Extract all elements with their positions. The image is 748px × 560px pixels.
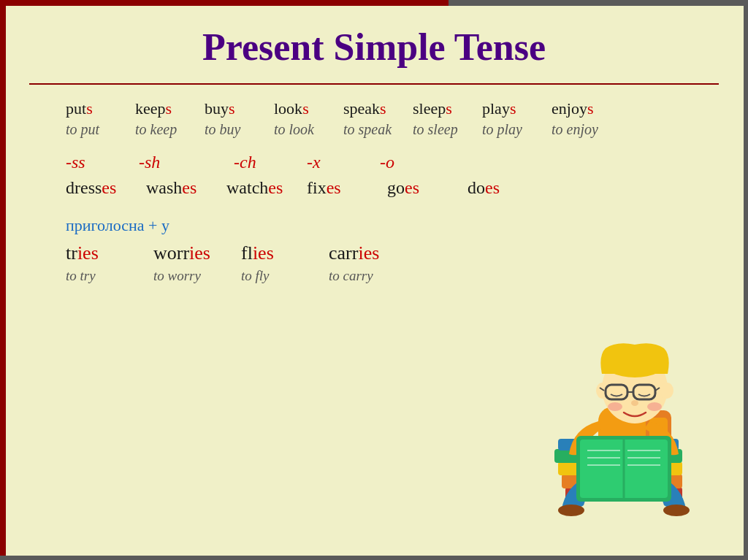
- character-illustration: [522, 261, 726, 538]
- section2: -ss -sh -ch -x -o dresses washes watches…: [29, 153, 719, 198]
- inf-to-carry: to carry: [329, 268, 394, 284]
- word-goes: goes: [387, 178, 453, 198]
- verb-row: puts keeps buys looks speaks sleeps play…: [66, 99, 719, 118]
- page-container: Present Simple Tense puts keeps buys loo…: [0, 0, 748, 560]
- word-tries: tries: [66, 242, 131, 264]
- inf-to-speak: to speak: [343, 121, 413, 138]
- inf-to-enjoy: to enjoy: [552, 121, 621, 138]
- word-buys: buys: [205, 99, 274, 118]
- svg-point-31: [647, 402, 662, 411]
- section1: puts keeps buys looks speaks sleeps play…: [29, 99, 719, 138]
- svg-point-7: [663, 505, 690, 516]
- consonant-note: приголосна + y: [66, 216, 719, 235]
- word-watches: watches: [226, 178, 292, 198]
- word-washes: washes: [146, 178, 212, 198]
- suffix-sh: -sh: [139, 153, 190, 172]
- word-sleeps: sleeps: [413, 99, 482, 118]
- inf-to-keep: to keep: [135, 121, 205, 138]
- inf-to-sleep: to sleep: [413, 121, 482, 138]
- suffix-o: -o: [380, 153, 431, 172]
- page-title: Present Simple Tense: [29, 26, 719, 69]
- suffix-row: -ss -sh -ch -x -o: [66, 153, 719, 172]
- word-worries: worries: [153, 242, 219, 264]
- svg-point-29: [631, 400, 638, 406]
- word-puts: puts: [66, 99, 135, 118]
- word-enjoys: enjoys: [552, 99, 621, 118]
- inf-to-try: to try: [66, 268, 131, 284]
- svg-point-23: [660, 383, 673, 399]
- divider-line: [29, 83, 719, 85]
- word-looks: looks: [274, 99, 343, 118]
- word-keeps: keeps: [135, 99, 205, 118]
- word-dresses: dresses: [66, 178, 131, 198]
- word-does: does: [468, 178, 533, 198]
- right-bar: [744, 0, 748, 560]
- inf-to-play: to play: [482, 121, 552, 138]
- word-plays: plays: [482, 99, 552, 118]
- suffix-x: -x: [307, 153, 358, 172]
- word-carries: carries: [329, 242, 394, 264]
- top-bar: [0, 0, 748, 6]
- inf-to-worry: to worry: [153, 268, 219, 284]
- inf-to-look: to look: [274, 121, 343, 138]
- word-flies: flies: [241, 242, 307, 264]
- word-fixes: fixes: [307, 178, 373, 198]
- inf-to-buy: to buy: [205, 121, 274, 138]
- infinitive-row: to put to keep to buy to look to speak t…: [66, 121, 719, 138]
- inf-to-put: to put: [66, 121, 135, 138]
- es-word-row: dresses washes watches fixes goes does: [66, 178, 719, 198]
- left-bar: [0, 0, 6, 560]
- suffix-ss: -ss: [66, 153, 117, 172]
- inf-to-fly: to fly: [241, 268, 307, 284]
- svg-point-6: [558, 505, 584, 516]
- bottom-bar: [0, 556, 748, 560]
- word-speaks: speaks: [343, 99, 413, 118]
- svg-point-30: [608, 402, 622, 411]
- suffix-ch: -ch: [234, 153, 285, 172]
